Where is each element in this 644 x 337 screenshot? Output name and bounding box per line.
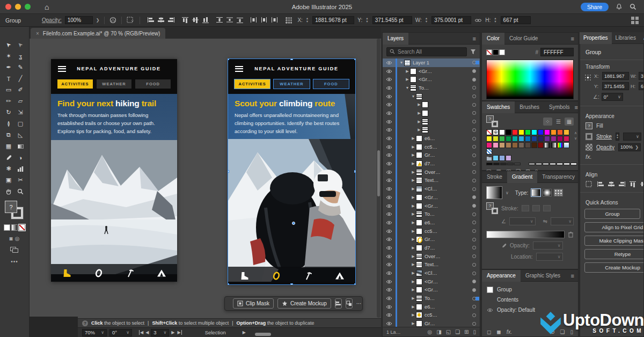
expand-arrow-icon[interactable]: ▶ [411, 271, 416, 275]
draw-normal-icon[interactable]: ◙ [10, 236, 13, 241]
gray-swatch[interactable] [493, 163, 500, 165]
color-swatch[interactable] [551, 136, 557, 142]
target-circle[interactable] [472, 221, 476, 224]
link-dimensions-icon[interactable] [474, 18, 482, 23]
appearance-row-group[interactable]: Group [482, 284, 578, 295]
tab-graphic-styles[interactable]: Graphic Styles [521, 270, 565, 282]
reference-point-icon[interactable] [584, 74, 591, 81]
panel-menu-icon[interactable]: ≡ [574, 104, 577, 111]
target-circle[interactable] [472, 162, 476, 166]
gradient-tool[interactable] [14, 141, 26, 151]
color-swatch[interactable] [518, 142, 524, 148]
h-input[interactable]: 667 [639, 82, 644, 90]
color-swatch[interactable] [512, 142, 518, 148]
swatch-color-view-icon[interactable]: ⁘ [543, 118, 552, 126]
align-right-icon[interactable] [167, 17, 175, 24]
fill-swatch[interactable]: ? [5, 201, 17, 213]
target-circle[interactable] [472, 263, 476, 267]
tab-assets[interactable]: Asse [640, 32, 644, 44]
target-circle[interactable] [472, 179, 476, 182]
align-right-icon[interactable] [618, 181, 626, 188]
align-middle-vertical-icon[interactable] [640, 181, 644, 188]
edit-toolbar-icon[interactable]: ••• [0, 259, 29, 265]
align-center-horizontal-icon[interactable] [157, 17, 165, 24]
expand-arrow-icon[interactable]: ▶ [411, 313, 416, 317]
gray-swatch[interactable] [486, 163, 493, 165]
distribute-bottom-icon[interactable] [236, 17, 244, 24]
appearance-row-opacity[interactable]: Opacity: Default [482, 305, 578, 315]
layer-row[interactable]: ▶cc5… [383, 143, 480, 151]
artboard-tool[interactable]: ▣ [3, 175, 14, 185]
target-circle[interactable] [472, 153, 476, 157]
y-input[interactable]: 371.5455 pt [372, 16, 412, 24]
visibility-eye-icon[interactable] [383, 288, 396, 292]
screen-mode-icon[interactable] [10, 247, 19, 253]
slice-tool[interactable]: ✂ [14, 175, 26, 185]
last-artboard-icon[interactable]: ▶ [177, 330, 181, 335]
layer-row[interactable]: ▶cc5… [383, 227, 480, 236]
align-left-icon[interactable] [147, 17, 155, 24]
target-circle[interactable] [472, 305, 476, 309]
tab-gradient[interactable]: Gradient [507, 171, 537, 183]
selection-handle[interactable] [228, 283, 229, 284]
tab-swatches[interactable]: Swatches [482, 101, 515, 113]
grad-wb-swatch[interactable] [551, 142, 557, 148]
w-input[interactable]: 375.0001 pt [431, 16, 471, 24]
paintbrush-tool[interactable]: ✐ [14, 85, 26, 95]
visibility-eye-icon[interactable] [383, 94, 396, 99]
visibility-eye-icon[interactable] [383, 111, 396, 115]
layers-search-input[interactable]: Search All [386, 47, 467, 56]
rectangle-tool[interactable]: ▭ [3, 85, 14, 95]
selection-handle[interactable] [290, 59, 293, 60]
expand-arrow-icon[interactable]: ▼ [411, 94, 416, 98]
target-circle[interactable] [472, 120, 476, 123]
create-mockup-button[interactable]: Create Mockup [277, 298, 331, 309]
gray-swatch[interactable] [570, 163, 577, 165]
color-swatch[interactable] [531, 136, 537, 142]
color-spectrum[interactable] [486, 60, 574, 99]
align-to-selection-icon[interactable] [586, 181, 594, 188]
visibility-eye-icon[interactable] [383, 120, 396, 124]
grad-rb-swatch[interactable] [557, 142, 563, 148]
target-circle[interactable] [472, 238, 476, 241]
delete-stop-icon[interactable] [568, 231, 574, 238]
target-circle[interactable] [472, 313, 476, 317]
artboard-hiking[interactable]: NEPAL ADVENTURE GUIDE ACTIVITIES WEATHER… [51, 59, 177, 282]
locate-object-icon[interactable]: ◎ [427, 329, 432, 335]
expand-arrow-icon[interactable]: ▼ [399, 61, 404, 64]
target-circle[interactable] [472, 322, 476, 326]
symbol-sprayer-tool[interactable]: ❃ [3, 164, 14, 174]
target-circle[interactable] [472, 272, 476, 275]
quick-action-make-clipping-mask-button[interactable]: Make Clipping Mask [584, 236, 644, 246]
draw-behind-icon[interactable]: ◎ [15, 236, 20, 241]
visibility-eye-icon[interactable] [383, 86, 396, 90]
panel-menu-icon[interactable]: ≡ [473, 35, 476, 42]
width-tool[interactable]: ≬ [3, 119, 14, 129]
expand-arrow-icon[interactable]: ▶ [416, 128, 422, 132]
color-swatch[interactable] [544, 129, 550, 135]
type-tool[interactable]: T [3, 74, 14, 84]
panel-menu-icon[interactable]: ≡ [571, 35, 574, 42]
rotation-select[interactable]: 0°∨ [109, 329, 132, 336]
x-input[interactable]: 1881.967 [602, 72, 629, 80]
layer-row[interactable]: ▶<Cl… [383, 269, 480, 277]
gray-swatch[interactable] [500, 163, 507, 165]
align-to-selection-icon[interactable] [127, 17, 135, 24]
linear-gradient-icon[interactable] [531, 189, 540, 196]
layer-row[interactable]: ▶e6… [383, 134, 480, 143]
opacity-dropdown-icon[interactable]: ❯ [96, 18, 100, 23]
target-circle[interactable] [472, 288, 476, 292]
layer-row[interactable]: ▶ [383, 118, 480, 126]
visibility-eye-icon[interactable] [383, 77, 396, 82]
y-input[interactable]: 371.5455 [602, 82, 629, 90]
make-clip-mask-icon[interactable]: ◨ [436, 329, 441, 335]
align-top-icon[interactable] [629, 181, 636, 188]
filter-icon[interactable] [470, 49, 476, 55]
bell-icon[interactable] [616, 3, 623, 10]
expand-arrow-icon[interactable]: ▶ [411, 246, 416, 250]
color-swatch[interactable] [557, 129, 563, 135]
layer-row[interactable]: ▶cc5… [383, 311, 480, 320]
x-stepper[interactable]: ▲▼ [306, 17, 309, 23]
layer-row[interactable]: ▼Layer 1 [383, 58, 480, 67]
layer-row[interactable]: ▼To… [383, 84, 480, 92]
